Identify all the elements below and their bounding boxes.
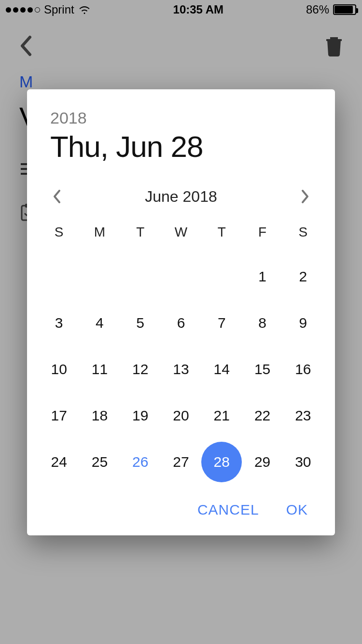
- weekday-header: W: [161, 216, 201, 253]
- weekday-header: T: [120, 216, 161, 253]
- calendar-day[interactable]: 4: [79, 300, 120, 346]
- calendar-day[interactable]: 29: [242, 439, 282, 485]
- calendar-day[interactable]: 16: [283, 346, 323, 392]
- calendar-day[interactable]: 23: [283, 392, 323, 439]
- calendar-grid: SMTWTFS123456789101112131415161718192021…: [27, 216, 335, 485]
- calendar-day[interactable]: 12: [120, 346, 161, 392]
- calendar-day[interactable]: 8: [242, 300, 282, 346]
- calendar-day[interactable]: 22: [242, 392, 282, 439]
- calendar-day[interactable]: 11: [79, 346, 120, 392]
- calendar-blank: [161, 253, 201, 300]
- next-month-button[interactable]: [295, 187, 315, 206]
- calendar-day[interactable]: 25: [79, 439, 120, 485]
- month-navigation: June 2018: [27, 187, 335, 216]
- calendar-day[interactable]: 1: [242, 253, 282, 300]
- calendar-day[interactable]: 24: [39, 439, 79, 485]
- calendar-day[interactable]: 17: [39, 392, 79, 439]
- calendar-day[interactable]: 15: [242, 346, 282, 392]
- calendar-day[interactable]: 10: [39, 346, 79, 392]
- calendar-day[interactable]: 20: [161, 392, 201, 439]
- calendar-blank: [120, 253, 161, 300]
- calendar-blank: [39, 253, 79, 300]
- cancel-button[interactable]: CANCEL: [197, 502, 259, 518]
- weekday-header: M: [79, 216, 120, 253]
- calendar-day[interactable]: 9: [283, 300, 323, 346]
- calendar-day[interactable]: 2: [283, 253, 323, 300]
- calendar-day[interactable]: 7: [201, 300, 242, 346]
- calendar-day[interactable]: 18: [79, 392, 120, 439]
- ok-button[interactable]: OK: [286, 502, 308, 518]
- prev-month-button[interactable]: [47, 187, 67, 206]
- date-picker-dialog: 2018 Thu, Jun 28 June 2018 SMTWTFS123456…: [27, 89, 335, 535]
- weekday-header: S: [39, 216, 79, 253]
- calendar-day[interactable]: 28: [201, 439, 242, 485]
- modal-scrim[interactable]: 2018 Thu, Jun 28 June 2018 SMTWTFS123456…: [0, 0, 362, 644]
- calendar-blank: [201, 253, 242, 300]
- year-selector[interactable]: 2018: [50, 109, 312, 127]
- calendar-day[interactable]: 14: [201, 346, 242, 392]
- calendar-day[interactable]: 21: [201, 392, 242, 439]
- calendar-day[interactable]: 3: [39, 300, 79, 346]
- calendar-day[interactable]: 19: [120, 392, 161, 439]
- calendar-blank: [79, 253, 120, 300]
- dialog-actions: CANCEL OK: [27, 485, 335, 518]
- weekday-header: S: [283, 216, 323, 253]
- weekday-header: T: [201, 216, 242, 253]
- calendar-day[interactable]: 30: [283, 439, 323, 485]
- calendar-day[interactable]: 27: [161, 439, 201, 485]
- calendar-day[interactable]: 5: [120, 300, 161, 346]
- selected-date-label: Thu, Jun 28: [50, 129, 312, 164]
- month-label: June 2018: [145, 188, 217, 206]
- calendar-day[interactable]: 26: [120, 439, 161, 485]
- weekday-header: F: [242, 216, 282, 253]
- calendar-day[interactable]: 6: [161, 300, 201, 346]
- calendar-day[interactable]: 13: [161, 346, 201, 392]
